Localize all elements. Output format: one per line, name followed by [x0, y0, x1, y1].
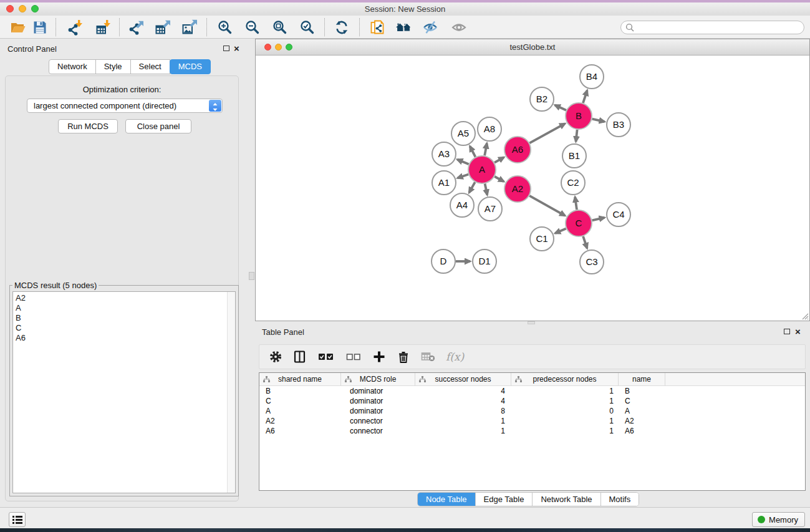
show-details-button[interactable] — [450, 19, 468, 36]
graph-node-C[interactable]: C — [566, 210, 592, 236]
run-mcds-button[interactable]: Run MCDS — [58, 119, 118, 133]
graph-node-C3[interactable]: C3 — [580, 250, 604, 274]
graph-node-A5[interactable]: A5 — [451, 122, 475, 145]
table-panel-close-button[interactable]: × — [795, 328, 801, 336]
graph-edge[interactable] — [583, 236, 587, 248]
show-columns-button[interactable] — [292, 349, 307, 364]
export-image-button[interactable] — [181, 19, 198, 36]
close-window-button[interactable] — [6, 5, 14, 12]
import-table-button[interactable] — [95, 19, 112, 36]
table-settings-button[interactable] — [268, 349, 283, 364]
zoom-selected-button[interactable] — [299, 19, 316, 36]
mcds-result-item[interactable]: B — [13, 313, 235, 323]
mcds-result-item[interactable]: A6 — [13, 333, 235, 343]
graph-node-D1[interactable]: D1 — [473, 249, 496, 273]
table-panel-float-button[interactable] — [784, 329, 790, 334]
column-header-successor-nodes[interactable]: successor nodes — [415, 373, 511, 385]
table-row[interactable]: Bdominator41B — [259, 386, 805, 396]
tab-mcds[interactable]: MCDS — [170, 59, 211, 74]
table-row[interactable]: A2connector11A2 — [259, 416, 805, 426]
export-table-button[interactable] — [154, 19, 171, 36]
graph-node-D[interactable]: D — [432, 249, 455, 273]
import-network-button[interactable] — [67, 19, 84, 36]
zoom-fit-button[interactable] — [271, 19, 289, 36]
splitpane-handle[interactable] — [528, 321, 535, 324]
select-all-button[interactable] — [317, 349, 335, 364]
graph-edge[interactable] — [575, 197, 577, 210]
network-close-button[interactable] — [264, 44, 271, 51]
graph-node-A8[interactable]: A8 — [478, 117, 501, 141]
export-network-button[interactable] — [128, 19, 145, 36]
deselect-all-button[interactable] — [345, 349, 362, 364]
graph-node-B4[interactable]: B4 — [580, 65, 604, 89]
table-row[interactable]: Cdominator41C — [259, 396, 805, 406]
delete-column-button[interactable] — [396, 349, 411, 364]
graph-edge[interactable] — [529, 123, 565, 143]
task-history-button[interactable] — [9, 512, 26, 527]
graph-node-A3[interactable]: A3 — [432, 142, 456, 166]
graph-edge[interactable] — [494, 177, 504, 181]
graph-node-A[interactable]: A — [468, 156, 496, 183]
network-minimize-button[interactable] — [275, 44, 282, 51]
graph-node-C4[interactable]: C4 — [607, 203, 630, 226]
graph-edge[interactable] — [529, 196, 565, 216]
tab-network[interactable]: Network — [49, 59, 96, 74]
refresh-button[interactable] — [333, 19, 350, 36]
column-header-mcds-role[interactable]: MCDS role — [341, 373, 415, 385]
resize-grip-icon[interactable] — [800, 311, 809, 320]
delete-table-button[interactable] — [420, 349, 436, 364]
tab-style[interactable]: Style — [95, 59, 131, 74]
graph-edge[interactable] — [470, 146, 476, 157]
graph-edge[interactable] — [458, 175, 469, 178]
hide-details-button[interactable] — [422, 19, 439, 36]
close-panel-button[interactable]: Close panel — [125, 119, 191, 133]
mcds-result-item[interactable]: A — [13, 303, 235, 313]
splitpane-handle[interactable] — [249, 272, 254, 280]
graph-node-B[interactable]: B — [566, 103, 592, 129]
column-header-shared-name[interactable]: shared name — [259, 373, 341, 385]
minimize-window-button[interactable] — [19, 5, 26, 12]
network-canvas[interactable]: AA1A3A5A8A6A2A4A7BB1B2B3B4CC1C2C3C4DD1 — [256, 56, 809, 321]
maximize-window-button[interactable] — [31, 5, 39, 12]
tab-node-table[interactable]: Node Table — [418, 493, 475, 506]
graph-node-B1[interactable]: B1 — [562, 144, 586, 168]
graph-edge[interactable] — [583, 90, 587, 103]
graph-edge[interactable] — [485, 184, 488, 195]
search-input[interactable] — [637, 22, 799, 33]
zoom-in-button[interactable] — [216, 19, 234, 36]
graph-edge[interactable] — [457, 160, 468, 165]
graph-edge[interactable] — [592, 218, 605, 220]
home-button[interactable] — [395, 19, 412, 36]
save-session-button[interactable] — [31, 19, 49, 36]
mcds-result-item[interactable]: C — [13, 323, 235, 333]
tab-motifs[interactable]: Motifs — [600, 493, 639, 506]
network-maximize-button[interactable] — [286, 44, 292, 51]
graph-node-A1[interactable]: A1 — [432, 171, 456, 195]
graph-edge[interactable] — [555, 229, 566, 233]
graph-edge[interactable] — [592, 119, 605, 122]
zoom-out-button[interactable] — [244, 19, 261, 36]
table-row[interactable]: A6connector11A6 — [259, 426, 805, 436]
control-panel-close-button[interactable]: × — [234, 45, 239, 52]
clone-network-button[interactable] — [369, 19, 387, 36]
criterion-dropdown[interactable]: largest connected component (directed) — [27, 99, 223, 113]
tab-select[interactable]: Select — [130, 59, 170, 74]
graph-node-C2[interactable]: C2 — [561, 171, 585, 195]
graph-edge[interactable] — [576, 130, 577, 142]
graph-node-B3[interactable]: B3 — [607, 113, 630, 137]
tab-edge-table[interactable]: Edge Table — [475, 493, 533, 506]
control-panel-float-button[interactable] — [223, 46, 229, 51]
tab-network-table[interactable]: Network Table — [532, 493, 600, 506]
graph-node-A7[interactable]: A7 — [478, 197, 502, 221]
graph-edge[interactable] — [494, 157, 504, 163]
table-row[interactable]: Adominator80A — [259, 406, 805, 416]
graph-node-A6[interactable]: A6 — [504, 137, 531, 163]
graph-node-A2[interactable]: A2 — [504, 176, 531, 202]
column-header-predecessor-nodes[interactable]: predecessor nodes — [511, 373, 619, 385]
graph-edge[interactable] — [555, 105, 566, 110]
memory-button[interactable]: Memory — [752, 512, 805, 527]
graph-edge[interactable] — [485, 143, 487, 156]
function-builder-button[interactable]: f(x) — [446, 351, 464, 363]
graph-edge[interactable] — [469, 182, 475, 193]
mcds-list-scrollbar[interactable] — [227, 292, 235, 493]
